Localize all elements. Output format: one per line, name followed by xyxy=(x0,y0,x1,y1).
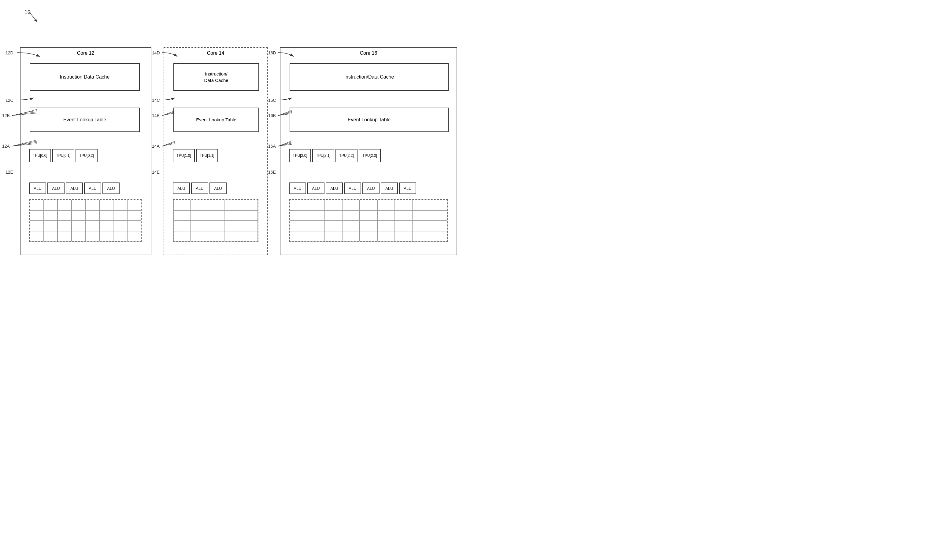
core12-ref-d: 12D xyxy=(6,50,14,55)
core16-alu3: ALU xyxy=(344,183,361,194)
core14-tpu1: TPU[1,1] xyxy=(196,149,218,162)
core16-ref-b: 16B xyxy=(268,113,276,118)
core14-alu2: ALU xyxy=(209,183,227,194)
core14-label: Core 14 xyxy=(207,50,224,56)
core12-alu4: ALU xyxy=(103,183,120,194)
core14-tpu-group: TPU[1,0] TPU[1,1] xyxy=(173,149,218,162)
core16-box: Core 16 Instruction/Data Cache Event Loo… xyxy=(280,47,457,255)
core14-ref-e: 14E xyxy=(152,170,160,175)
core12-elt-box: Event Lookup Table xyxy=(30,107,140,132)
core16-ref-a: 16A xyxy=(268,144,276,149)
core14-cache-label: Instruction/Data Cache xyxy=(204,71,228,83)
core14-ref-b: 14B xyxy=(152,113,160,118)
core12-ref-b: 12B xyxy=(2,113,10,118)
core16-ref-c: 16C xyxy=(268,98,276,103)
core12-label: Core 12 xyxy=(77,50,94,56)
core14-ref-a: 14A xyxy=(152,144,160,149)
core12-box: Core 12 Instruction Data Cache Event Loo… xyxy=(20,47,151,255)
core14-elt-label: Event Lookup Table xyxy=(196,117,236,123)
core16-alu2: ALU xyxy=(326,183,343,194)
core14-cache-box: Instruction/Data Cache xyxy=(173,63,259,91)
core16-cache-label: Instruction/Data Cache xyxy=(344,74,394,80)
core14-grid-box xyxy=(173,199,259,242)
core12-alu2: ALU xyxy=(66,183,83,194)
core14-alu0: ALU xyxy=(173,183,190,194)
core16-tpu-group: TPU[2,0] TPU[2,1] TPU[2,2] TPU[2,3] xyxy=(289,149,381,162)
core12-cache-box: Instruction Data Cache xyxy=(30,63,140,91)
core16-elt-box: Event Lookup Table xyxy=(290,107,449,132)
core16-cache-box: Instruction/Data Cache xyxy=(290,63,449,91)
core12-elt-label: Event Lookup Table xyxy=(63,117,106,123)
core12-ref-c: 12C xyxy=(6,98,14,103)
core12-tpu2: TPU[0,2] xyxy=(76,149,98,162)
core16-tpu0: TPU[2,0] xyxy=(289,149,311,162)
core14-alu-group: ALU ALU ALU xyxy=(173,183,227,194)
core16-alu-group: ALU ALU ALU ALU ALU ALU ALU xyxy=(289,183,416,194)
core16-label: Core 16 xyxy=(360,50,377,56)
core16-tpu2: TPU[2,2] xyxy=(336,149,357,162)
core14-alu1: ALU xyxy=(191,183,208,194)
core16-ref-e: 16E xyxy=(268,170,276,175)
core16-alu1: ALU xyxy=(307,183,324,194)
core12-tpu1: TPU[0,1] xyxy=(52,149,74,162)
core12-alu3: ALU xyxy=(84,183,101,194)
core12-cache-label: Instruction Data Cache xyxy=(60,74,110,80)
core12-tpu-group: TPU[0,0] TPU[0,1] TPU[0,2] xyxy=(29,149,98,162)
core16-alu0: ALU xyxy=(289,183,306,194)
core16-ref-d: 16D xyxy=(268,50,276,55)
core12-ref-e: 12E xyxy=(6,170,13,175)
diagram-container: 10 Core 12 Instruction Data Cache Event … xyxy=(0,0,463,280)
core12-alu1: ALU xyxy=(47,183,65,194)
core14-box: Core 14 Instruction/Data Cache Event Loo… xyxy=(163,47,268,255)
core12-grid-box xyxy=(29,199,142,242)
core16-tpu3: TPU[2,3] xyxy=(359,149,381,162)
core12-alu-group: ALU ALU ALU ALU ALU xyxy=(29,183,120,194)
core16-alu5: ALU xyxy=(381,183,398,194)
core12-ref-a: 12A xyxy=(2,144,10,149)
core14-ref-d: 14D xyxy=(152,50,160,55)
core14-ref-c: 14C xyxy=(152,98,160,103)
core16-alu6: ALU xyxy=(399,183,416,194)
top-reference-label: 10 xyxy=(24,9,30,16)
core12-tpu0: TPU[0,0] xyxy=(29,149,51,162)
core16-alu4: ALU xyxy=(362,183,380,194)
core16-grid-box xyxy=(289,199,448,242)
core16-tpu1: TPU[2,1] xyxy=(312,149,334,162)
core14-tpu0: TPU[1,0] xyxy=(173,149,195,162)
core12-alu0: ALU xyxy=(29,183,46,194)
core14-elt-box: Event Lookup Table xyxy=(173,107,259,132)
core16-elt-label: Event Lookup Table xyxy=(348,117,390,123)
